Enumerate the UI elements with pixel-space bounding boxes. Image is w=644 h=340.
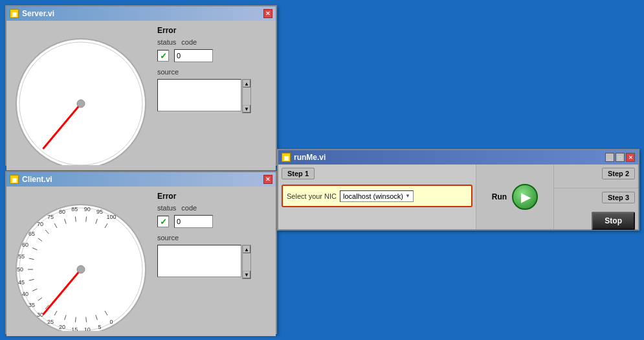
svg-text:80: 80 bbox=[59, 209, 65, 215]
step3-panel: Step 3 Stop bbox=[554, 188, 638, 233]
svg-text:100: 100 bbox=[106, 214, 116, 220]
svg-text:90: 90 bbox=[84, 206, 91, 212]
client-status-label: status bbox=[157, 204, 176, 212]
svg-text:25: 25 bbox=[47, 319, 54, 325]
runme-content: Step 1 Select your NIC localhost (winsoc… bbox=[278, 164, 638, 229]
client-status-value-row: ✓ bbox=[157, 215, 251, 228]
step2-panel: Step 2 bbox=[554, 164, 638, 188]
run-button[interactable]: ▶ bbox=[512, 184, 538, 210]
client-code-input[interactable] bbox=[174, 215, 213, 228]
runme-titlebar-buttons: _ □ ✕ bbox=[605, 153, 635, 162]
svg-point-3 bbox=[77, 100, 85, 108]
steps-right: Step 2 Step 3 Stop bbox=[554, 164, 638, 229]
client-status-row: status code bbox=[157, 204, 251, 212]
client-window-title: Client.vi bbox=[22, 175, 52, 184]
client-source-label: source bbox=[157, 234, 251, 242]
svg-text:95: 95 bbox=[96, 209, 103, 215]
client-status-indicator: ✓ bbox=[157, 216, 169, 227]
client-titlebar: ▣ Client.vi ✕ bbox=[6, 172, 276, 187]
runme-close-button[interactable]: ✕ bbox=[626, 153, 635, 162]
server-scroll-up[interactable]: ▲ bbox=[243, 80, 250, 87]
client-scroll-down[interactable]: ▼ bbox=[243, 271, 250, 278]
server-check-mark: ✓ bbox=[160, 51, 167, 61]
client-close-button[interactable]: ✕ bbox=[263, 175, 272, 184]
client-window-icon: ▣ bbox=[10, 175, 19, 184]
runme-titlebar-left: ▣ runMe.vi bbox=[282, 153, 326, 162]
server-window-title: Server.vi bbox=[22, 9, 54, 18]
server-error-panel: Error status code ✓ source ▲ bbox=[157, 26, 251, 113]
server-content: (function() { const svg = document.query… bbox=[6, 21, 276, 170]
svg-text:60: 60 bbox=[22, 242, 28, 248]
svg-text:85: 85 bbox=[71, 206, 78, 212]
runme-window-icon: ▣ bbox=[282, 153, 291, 162]
server-close-button[interactable]: ✕ bbox=[263, 9, 272, 18]
server-source-textarea[interactable] bbox=[157, 79, 241, 111]
nic-dropdown[interactable]: localhost (winsock) ▼ bbox=[340, 190, 414, 202]
client-source-textarea[interactable] bbox=[157, 245, 241, 277]
client-titlebar-left: ▣ Client.vi bbox=[10, 175, 52, 184]
svg-text:5: 5 bbox=[98, 324, 102, 330]
step3-label: Step 3 bbox=[602, 192, 635, 203]
server-status-value-row: ✓ bbox=[157, 49, 251, 62]
svg-text:65: 65 bbox=[28, 231, 35, 237]
client-check-mark: ✓ bbox=[160, 217, 167, 227]
runme-window-title: runMe.vi bbox=[294, 153, 326, 162]
svg-text:75: 75 bbox=[47, 214, 54, 220]
server-window-icon: ▣ bbox=[10, 9, 19, 18]
run-label: Run bbox=[492, 192, 507, 201]
run-arrow-icon: ▶ bbox=[521, 189, 531, 205]
client-scrollbar[interactable]: ▲ ▼ bbox=[242, 245, 251, 279]
server-titlebar-left: ▣ Server.vi bbox=[10, 9, 54, 18]
client-scroll-up[interactable]: ▲ bbox=[243, 245, 250, 253]
svg-text:30: 30 bbox=[37, 312, 43, 318]
client-error-title: Error bbox=[157, 192, 251, 201]
runme-titlebar: ▣ runMe.vi _ □ ✕ bbox=[278, 150, 638, 164]
server-gauge: (function() { const svg = document.query… bbox=[12, 26, 151, 165]
client-error-panel: Error status code ✓ source ▲ bbox=[157, 192, 251, 279]
nic-selector[interactable]: Select your NIC localhost (winsock) ▼ bbox=[282, 185, 472, 207]
server-window: ▣ Server.vi ✕ bbox=[5, 5, 277, 166]
svg-text:70: 70 bbox=[37, 221, 43, 227]
server-gauge-container: (function() { const svg = document.query… bbox=[12, 26, 271, 165]
client-content: 0510152025303540455055606570758085909510… bbox=[6, 187, 276, 336]
runme-maximize-button[interactable]: □ bbox=[616, 153, 625, 162]
svg-text:0: 0 bbox=[109, 319, 113, 325]
server-scrollbar[interactable]: ▲ ▼ bbox=[242, 79, 251, 113]
client-gauge-container: 0510152025303540455055606570758085909510… bbox=[12, 192, 271, 331]
nic-value: localhost (winsock) bbox=[343, 192, 403, 200]
runme-window: ▣ runMe.vi _ □ ✕ Step 1 Select your NIC … bbox=[277, 149, 639, 231]
svg-text:10: 10 bbox=[84, 326, 91, 331]
svg-text:45: 45 bbox=[18, 279, 25, 286]
server-source-label: source bbox=[157, 68, 251, 76]
svg-text:50: 50 bbox=[17, 266, 23, 273]
step1-label: Step 1 bbox=[282, 168, 315, 179]
server-code-input[interactable] bbox=[174, 49, 213, 62]
step2-label: Step 2 bbox=[602, 168, 635, 179]
nic-dropdown-arrow: ▼ bbox=[405, 193, 410, 199]
svg-text:40: 40 bbox=[22, 291, 28, 297]
server-scroll-down[interactable]: ▼ bbox=[243, 105, 250, 113]
run-panel: Run ▶ bbox=[476, 164, 554, 229]
server-status-label: status bbox=[157, 38, 176, 46]
nic-label: Select your NIC bbox=[287, 192, 337, 200]
server-source-wrapper: ▲ ▼ bbox=[157, 79, 251, 113]
client-window: ▣ Client.vi ✕ 05101520253035404550556065… bbox=[5, 171, 277, 334]
client-source-wrapper: ▲ ▼ bbox=[157, 245, 251, 279]
client-code-label: code bbox=[181, 204, 197, 212]
server-status-row: status code bbox=[157, 38, 251, 46]
server-titlebar: ▣ Server.vi ✕ bbox=[6, 6, 276, 21]
server-status-indicator: ✓ bbox=[157, 50, 169, 62]
runme-minimize-button[interactable]: _ bbox=[605, 153, 614, 162]
client-gauge: 0510152025303540455055606570758085909510… bbox=[12, 192, 151, 331]
svg-text:35: 35 bbox=[28, 302, 35, 308]
svg-text:55: 55 bbox=[18, 253, 25, 260]
stop-button[interactable]: Stop bbox=[592, 212, 635, 230]
step1-panel: Step 1 Select your NIC localhost (winsoc… bbox=[278, 164, 476, 229]
server-code-label: code bbox=[181, 38, 197, 46]
svg-point-49 bbox=[77, 266, 85, 273]
svg-text:15: 15 bbox=[71, 326, 78, 331]
server-error-title: Error bbox=[157, 26, 251, 35]
svg-text:20: 20 bbox=[59, 324, 65, 330]
